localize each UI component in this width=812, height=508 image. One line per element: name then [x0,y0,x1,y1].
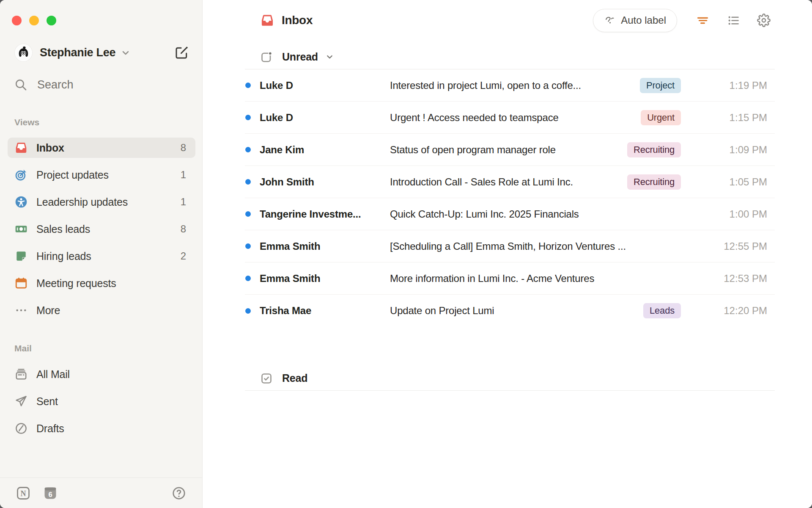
sidebar-item-label: Meeting requests [36,277,116,290]
email-subject: Interested in project Lumi, open to a co… [390,80,640,91]
sidebar-item-all-mail[interactable]: All Mail [8,364,195,384]
sidebar-item-sales-leads[interactable]: Sales leads 8 [8,219,195,239]
app-window: Stephanie Lee Search Views Inbox 8 Pr [0,0,812,508]
unread-icon [260,51,273,64]
email-subject: Update on Project Lumi [390,305,643,317]
sidebar-item-leadership-updates[interactable]: Leadership updates 1 [8,192,195,212]
user-name[interactable]: Stephanie Lee [40,46,115,59]
sidebar-item-label: Sales leads [36,223,90,235]
notion-calendar-app-icon[interactable]: 6 [43,486,58,501]
email-time: 12:55 PM [695,240,767,252]
profile-row: Stephanie Lee [15,44,189,61]
target-icon [14,168,28,182]
settings-button[interactable] [757,14,771,27]
email-time: 12:53 PM [695,273,767,284]
unread-dot [245,115,251,120]
sidebar-footer: N 6 [0,478,202,508]
unread-dot [245,243,251,249]
question-mark-icon [171,486,187,501]
email-subject: More information in Lumi Inc. - Acme Ven… [390,273,681,284]
avatar[interactable] [15,44,32,61]
gear-icon [757,14,771,27]
main-header: Inbox Auto label [245,0,775,41]
email-row[interactable]: Emma Smith [Scheduling a Call] Emma Smit… [245,230,775,262]
help-button[interactable] [171,486,187,501]
email-sender: Emma Smith [260,273,390,284]
email-sender: Trisha Mae [260,305,390,317]
sidebar-item-count: 8 [181,142,186,154]
compose-button[interactable] [174,45,189,61]
email-sender: John Smith [260,176,390,188]
notion-app-icon[interactable]: N [16,486,31,501]
email-label-badge: Urgent [641,110,681,125]
sidebar-item-drafts[interactable]: Drafts [8,418,195,439]
email-label-badge: Project [640,78,681,93]
sidebar-navigation: Views Inbox 8 Project updates 1 Leadersh… [0,117,202,439]
search-icon [14,78,27,91]
email-time: 1:15 PM [695,112,767,124]
sidebar-item-label: Drafts [36,422,64,435]
email-subject: Introduction Call - Sales Role at Lumi I… [390,176,627,188]
email-time: 12:20 PM [695,305,767,317]
note-icon [14,249,28,263]
unread-dot [245,276,251,281]
send-icon [14,395,28,408]
sidebar-item-count: 1 [181,169,186,181]
email-row[interactable]: Jane Kim Status of open program manager … [245,134,775,166]
auto-label-button[interactable]: Auto label [593,9,677,32]
email-subject: Urgent ! Access needed to teamspace [390,112,641,124]
all-mail-icon [14,367,28,381]
section-label-mail: Mail [14,343,202,353]
inbox-icon [260,13,274,28]
sidebar-item-inbox[interactable]: Inbox 8 [8,138,195,158]
chevron-down-icon[interactable] [121,48,131,58]
email-row[interactable]: Luke D Urgent ! Access needed to teamspa… [245,102,775,134]
sidebar-item-label: More [36,304,60,317]
email-time: 1:00 PM [695,208,767,220]
sidebar-item-project-updates[interactable]: Project updates 1 [8,165,195,185]
search-button[interactable]: Search [14,78,194,91]
list-view-button[interactable] [727,14,740,27]
draft-icon [14,422,28,435]
read-checkbox-icon [260,372,273,385]
unread-dot [245,83,251,88]
close-window-button[interactable] [12,16,22,25]
unread-dot [245,308,251,314]
email-subject: Quick Catch-Up: Lumi Inc. 2025 Financial… [390,208,681,220]
sidebar-item-hiring-leads[interactable]: Hiring leads 2 [8,246,195,266]
sidebar-item-label: Project updates [36,169,109,181]
read-section-header[interactable]: Read [245,366,775,391]
sidebar-item-count: 2 [181,250,186,262]
auto-label-icon [604,15,615,26]
filter-icon [696,14,709,27]
email-row[interactable]: Tangerine Investme... Quick Catch-Up: Lu… [245,198,775,230]
page-title: Inbox [282,14,313,27]
email-row[interactable]: Emma Smith More information in Lumi Inc.… [245,262,775,295]
email-list: Luke D Interested in project Lumi, open … [245,69,775,327]
unread-dot [245,179,251,185]
search-label: Search [37,78,74,91]
sidebar-item-label: Hiring leads [36,250,91,262]
zoom-window-button[interactable] [47,16,56,25]
list-icon [727,14,740,27]
sidebar-item-more[interactable]: More [8,300,195,320]
email-subject: [Scheduling a Call] Emma Smith, Horizon … [390,240,681,252]
read-label: Read [282,372,307,384]
unread-section-header[interactable]: Unread [245,45,775,69]
minimize-window-button[interactable] [29,16,39,25]
email-label-badge: Leads [643,303,681,318]
email-time: 1:09 PM [695,144,767,156]
email-sender: Jane Kim [260,144,390,156]
unread-dot [245,147,251,152]
leadership-icon [14,195,28,209]
email-row[interactable]: Luke D Interested in project Lumi, open … [245,69,775,102]
sidebar-item-meeting-requests[interactable]: Meeting requests [8,273,195,293]
sidebar-item-sent[interactable]: Sent [8,391,195,411]
filter-button[interactable] [696,14,709,27]
email-row[interactable]: John Smith Introduction Call - Sales Rol… [245,166,775,198]
email-sender: Emma Smith [260,240,390,252]
window-controls [0,0,202,25]
sidebar-item-count: 8 [181,223,186,235]
unread-dot [245,211,251,217]
email-row[interactable]: Trisha Mae Update on Project Lumi Leads … [245,295,775,327]
